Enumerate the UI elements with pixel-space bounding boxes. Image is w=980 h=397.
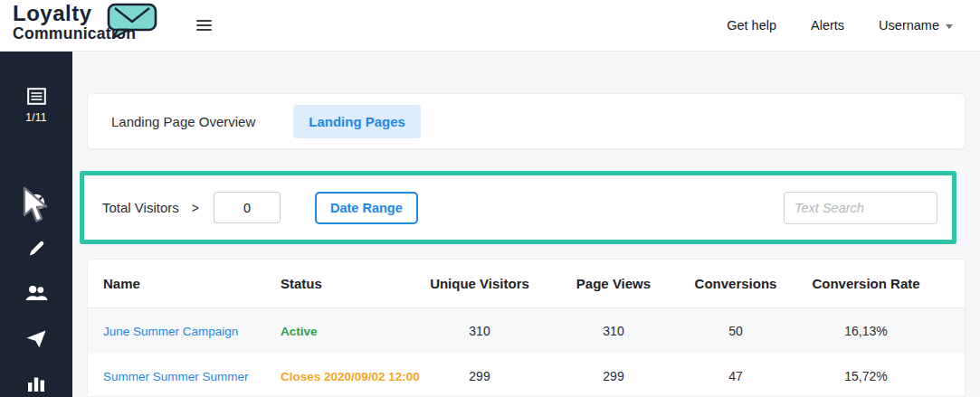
filter-bar: Total Visitors > Date Range [84, 175, 952, 240]
sidebar-item-reports[interactable] [0, 375, 72, 395]
text-search-input[interactable] [784, 192, 937, 224]
unique-visitors-value: 299 [421, 369, 538, 383]
table-row: Summer Summer Summer Closes 2020/09/02 1… [88, 354, 965, 397]
total-visitors-label: Total Visitors [102, 200, 179, 215]
alerts-link[interactable]: Alerts [811, 18, 844, 33]
column-header-conversion-rate: Conversion Rate [783, 276, 949, 291]
tab-landing-pages[interactable]: Landing Pages [293, 105, 421, 138]
tab-landing-page-overview[interactable]: Landing Page Overview [111, 114, 255, 129]
bar-chart-icon [27, 379, 45, 394]
chevron-down-icon [946, 24, 953, 29]
app-logo[interactable]: Loyalty Communication [13, 2, 181, 49]
page-views-value: 299 [538, 369, 689, 383]
header-right-nav: Get help Alerts Username [727, 18, 953, 33]
dashboard-icon [25, 200, 47, 215]
highlight-annotation: Total Visitors > Date Range [80, 171, 956, 244]
users-icon [25, 288, 48, 304]
sidebar-item-edit[interactable] [0, 240, 72, 260]
conversion-rate-value: 16,13% [783, 324, 949, 338]
sidebar-item-users[interactable] [0, 285, 72, 305]
greater-than-operator: > [192, 201, 199, 215]
campaign-name-link[interactable]: June Summer Campaign [103, 325, 281, 338]
envelope-speech-bubble-icon [105, 2, 161, 43]
username-label: Username [879, 18, 939, 33]
send-paper-plane-icon [26, 336, 46, 351]
table-row: June Summer Campaign Active 310 310 50 1… [88, 308, 965, 354]
page-indicator: 1/11 [0, 111, 72, 124]
column-header-conversions: Conversions [689, 276, 783, 291]
landing-pages-table: Name Status Unique Visitors Page Views C… [87, 259, 966, 397]
conversions-value: 47 [689, 369, 783, 383]
top-header: Loyalty Communication Get help Alerts Us… [0, 0, 980, 52]
status-badge: Active [281, 325, 421, 338]
sidebar-item-send[interactable] [0, 330, 72, 352]
column-header-page-views: Page Views [538, 276, 689, 291]
left-sidebar: 1/11 [0, 52, 72, 397]
page-views-value: 310 [538, 324, 689, 338]
username-dropdown[interactable]: Username [879, 18, 953, 33]
total-visitors-input[interactable] [214, 192, 281, 223]
conversions-value: 50 [689, 324, 783, 338]
hamburger-menu-icon[interactable] [194, 14, 214, 37]
edit-pencil-icon [28, 244, 45, 260]
status-badge: Closes 2020/09/02 12:00 [281, 370, 421, 383]
get-help-link[interactable]: Get help [727, 18, 776, 33]
date-range-button[interactable]: Date Range [315, 192, 418, 224]
sidebar-item-dashboard[interactable] [0, 193, 72, 216]
conversion-rate-value: 15,72% [783, 369, 949, 383]
table-header-row: Name Status Unique Visitors Page Views C… [88, 260, 965, 308]
column-header-unique-visitors: Unique Visitors [421, 276, 538, 291]
campaign-name-link[interactable]: Summer Summer Summer [103, 370, 281, 383]
column-header-status: Status [281, 276, 421, 291]
landing-pages-tab-card: Landing Page Overview Landing Pages [87, 93, 966, 149]
pages-icon [27, 92, 46, 108]
column-header-name: Name [103, 276, 281, 291]
unique-visitors-value: 310 [421, 324, 538, 338]
sidebar-item-pages[interactable]: 1/11 [0, 88, 72, 124]
